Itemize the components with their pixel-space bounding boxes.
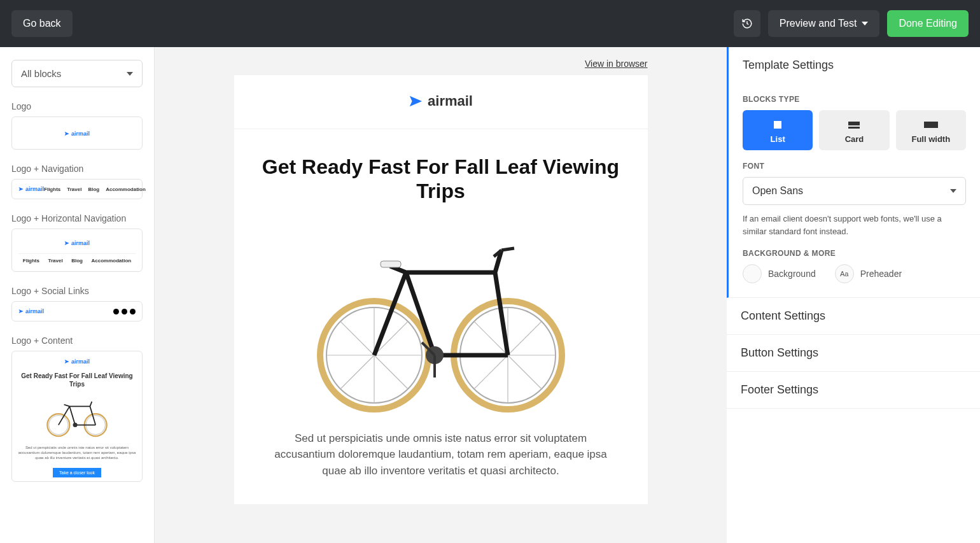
preheader-icon: Aa	[835, 264, 854, 283]
svg-point-1	[49, 415, 68, 434]
svg-line-18	[508, 321, 542, 355]
bike-icon	[39, 393, 115, 438]
svg-line-14	[340, 321, 374, 355]
email-headline: Get Ready Fast For Fall Leaf Viewing Tri…	[253, 155, 629, 204]
block-thumb-logo-social[interactable]: airmail	[11, 301, 143, 321]
block-thumb-logo-content[interactable]: airmail Get Ready Fast For Fall Leaf Vie…	[11, 351, 143, 482]
content-settings-header[interactable]: Content Settings	[727, 298, 980, 334]
block-type-card[interactable]: Card	[819, 110, 889, 150]
list-icon	[774, 121, 781, 129]
logo-icon: airmail	[18, 308, 44, 314]
block-label: Logo + Social Links	[11, 286, 143, 296]
preview-test-button[interactable]: Preview and Test	[768, 10, 880, 37]
preheader-option[interactable]: Aa Preheader	[835, 264, 902, 283]
blocks-type-label: BLOCKS TYPE	[743, 95, 966, 104]
top-bar: Go back Preview and Test Done Editing	[0, 0, 980, 47]
template-settings-section: Template Settings BLOCKS TYPE List Card …	[727, 47, 980, 298]
logo-icon: airmail	[18, 186, 44, 192]
social-icons	[113, 309, 136, 314]
block-label: Logo + Navigation	[11, 164, 143, 174]
history-icon	[741, 18, 753, 29]
preview-test-label: Preview and Test	[780, 18, 857, 29]
block-type-list[interactable]: List	[743, 110, 813, 150]
blocks-panel: All blocks Logo airmail Logo + Navigatio…	[0, 47, 155, 543]
button-settings-header[interactable]: Button Settings	[727, 335, 980, 371]
background-more-label: BACKGROUND & MORE	[743, 249, 966, 258]
settings-panel: Template Settings BLOCKS TYPE List Card …	[727, 47, 980, 543]
background-option[interactable]: Background	[743, 264, 816, 283]
email-canvas[interactable]: View in browser airmail Get Ready Fast F…	[155, 47, 727, 543]
svg-line-22	[474, 355, 508, 389]
email-header: airmail	[234, 75, 648, 129]
card-icon	[848, 122, 860, 129]
color-swatch-icon	[743, 264, 762, 283]
bike-image	[304, 222, 578, 413]
block-thumb-logo-hnav[interactable]: airmail Flights Travel Blog Accommodatio…	[11, 229, 143, 272]
view-in-browser-link[interactable]: View in browser	[585, 59, 648, 69]
go-back-button[interactable]: Go back	[11, 10, 73, 37]
history-button[interactable]	[734, 10, 760, 37]
svg-line-12	[340, 355, 374, 389]
chevron-down-icon	[127, 72, 133, 76]
svg-line-10	[374, 355, 408, 389]
logo-icon: airmail	[64, 358, 90, 365]
svg-point-4	[73, 423, 78, 427]
template-settings-header[interactable]: Template Settings	[729, 47, 980, 83]
block-label: Logo	[11, 101, 143, 111]
main-layout: All blocks Logo airmail Logo + Navigatio…	[0, 47, 980, 543]
block-thumb-logo-nav[interactable]: airmail Flights Travel Blog Accommodatio…	[11, 179, 143, 199]
email-preview[interactable]: airmail Get Ready Fast For Fall Leaf Vie…	[234, 75, 648, 504]
blocks-filter-label: All blocks	[21, 68, 61, 79]
chevron-down-icon	[862, 22, 868, 25]
email-body: Get Ready Fast For Fall Leaf Viewing Tri…	[234, 129, 648, 504]
cta-button-thumb: Take a closer look	[53, 468, 101, 477]
done-editing-button[interactable]: Done Editing	[887, 10, 969, 37]
svg-rect-28	[381, 261, 401, 267]
block-label: Logo + Horizontal Navigation	[11, 213, 143, 223]
font-label: FONT	[743, 162, 966, 171]
email-body-text: Sed ut perspiciatis unde omnis iste natu…	[272, 430, 610, 479]
svg-line-20	[508, 355, 542, 389]
block-label: Logo + Content	[11, 335, 143, 346]
block-thumb-logo[interactable]: airmail	[11, 116, 143, 150]
font-select[interactable]: Open Sans	[743, 177, 966, 205]
font-note: If an email client doesn't support web f…	[743, 213, 966, 237]
footer-settings-header[interactable]: Footer Settings	[727, 372, 980, 408]
full-width-icon	[924, 122, 938, 128]
chevron-down-icon	[950, 189, 956, 193]
logo-icon: airmail	[64, 240, 90, 246]
paper-plane-icon	[409, 94, 423, 108]
blocks-filter-dropdown[interactable]: All blocks	[11, 60, 143, 87]
block-type-full-width[interactable]: Full width	[896, 110, 966, 150]
brand-logo: airmail	[409, 93, 473, 109]
logo-icon: airmail	[64, 130, 90, 137]
